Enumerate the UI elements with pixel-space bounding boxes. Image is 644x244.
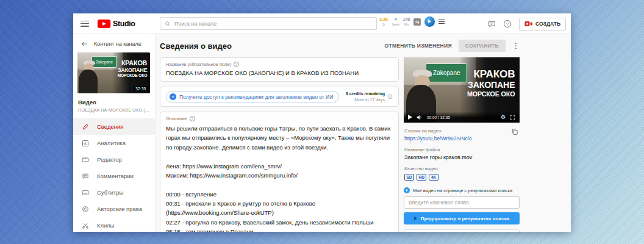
title-field-card: Название (обязательное поле) ПОЕЗДКА НА … [160, 57, 399, 82]
vidiq-play-icon [414, 217, 417, 220]
search-preview-button[interactable]: Предпросмотр в результатах поиска [404, 212, 520, 224]
video-link[interactable]: https://youtu.be/Wr9u7AINclo [404, 135, 519, 142]
player-controls: 00:00 / 32:35 ⚙ [404, 112, 520, 123]
scissors-icon [82, 222, 89, 229]
video-link-label: Ссылка на видео: [404, 128, 519, 134]
page-title: Сведения о видео [160, 41, 385, 51]
quality-badges: SD HD 4K [404, 174, 519, 181]
duration-badge: 32:35 [134, 86, 148, 92]
title-help-icon[interactable] [234, 62, 239, 67]
create-button[interactable]: СОЗДАТЬ [519, 18, 566, 30]
search-input[interactable] [174, 21, 372, 27]
subtitles-icon [82, 189, 89, 196]
vidiq-menu-icon[interactable] [438, 20, 445, 24]
editor-icon [82, 156, 89, 163]
kebab-menu-icon[interactable]: ⋮ [512, 42, 520, 49]
video-metadata: Ссылка на видео: https://youtu.be/Wr9u7A… [404, 123, 520, 181]
main-content: Сведения о видео ОТМЕНИТЬ ИЗМЕНЕНИЯ СОХР… [156, 34, 571, 232]
sidebar-item-clips[interactable]: Клипы [73, 217, 155, 232]
filename-label: Название файла [404, 147, 519, 152]
search-icon [165, 21, 171, 27]
player-time: 00:00 / 32:35 [427, 115, 450, 120]
camcorder-icon [524, 21, 532, 27]
save-button[interactable]: СОХРАНИТЬ [459, 40, 506, 52]
copy-icon[interactable] [511, 128, 518, 135]
quality-label: Качество видео [404, 166, 519, 171]
description-help-icon[interactable] [190, 116, 195, 121]
sidebar-item-copyright[interactable]: Авторские права [73, 201, 155, 217]
video-thumbnail: Zakopane КРАКОВ ЗАКОПАНЕ МОРСКОЕ ОКО 32:… [77, 52, 150, 93]
vidiq-extension-bar: 3.3K 1г 4 0мин 148 48ч [379, 16, 445, 27]
vidiq-stat-videos: 4 0мин [392, 17, 399, 26]
youtube-studio-window: Studio 3.3K 1г 4 0мин 148 [73, 13, 571, 232]
sidebar-item-analytics[interactable]: Аналитика [73, 135, 155, 151]
back-label: Контент на канале [94, 41, 141, 47]
sidebar-item-comments[interactable]: Комментарии [73, 168, 155, 184]
youtube-play-icon [98, 20, 110, 28]
credits-refresh: More in 17 days [346, 97, 385, 102]
clock-icon [387, 94, 393, 99]
sidebar-video-title: ПОЕЗДКА НА МОРСКОЕ ОКО (ЗАК... [73, 106, 155, 118]
video-player: Zakopane КРАКОВ ЗАКОПАНЕ МОРСКОЕ ОКО [404, 57, 520, 123]
discard-changes-button[interactable]: ОТМЕНИТЬ ИЗМЕНЕНИЯ [385, 43, 452, 49]
credits-remaining: 3 credits remaining [346, 91, 385, 96]
sidebar-item-details[interactable]: Сведения [73, 118, 155, 135]
fullscreen-icon[interactable] [510, 115, 515, 120]
studio-wordmark: Studio [113, 20, 135, 28]
vidiq-search-preview-widget: Мое видео на странице с результатами пои… [404, 187, 520, 232]
sidebar-section-label: Видео [73, 93, 155, 106]
sidebar: Контент на канале Zakopane КРАКОВ ЗАКОПА… [73, 34, 156, 232]
badge-hd: HD [417, 174, 426, 181]
help-icon[interactable] [504, 20, 511, 27]
badge-4k: 4K [429, 174, 438, 181]
filename-value: Закопане горы краков.mov [404, 154, 519, 160]
keyword-input[interactable] [404, 196, 520, 209]
desktop-background: Studio 3.3K 1г 4 0мин 148 [0, 0, 644, 244]
title-field-label: Название (обязательное поле) [166, 62, 231, 67]
analytics-icon [82, 140, 89, 147]
ai-suggestions-banner: Получите доступ к рекомендациям для заго… [160, 87, 399, 107]
description-input[interactable]: Мы решили отправиться в польские горы Та… [166, 124, 393, 232]
ai-sparkle-icon [170, 93, 176, 100]
play-icon[interactable] [408, 115, 412, 120]
volume-icon[interactable] [417, 115, 423, 120]
title-input[interactable]: ПОЕЗДКА НА МОРСКОЕ ОКО (ЗАКОПАНЕ) И В КР… [166, 70, 393, 76]
ai-suggestions-button[interactable]: Получите доступ к рекомендациям для заго… [166, 91, 339, 102]
top-bar: Studio 3.3K 1г 4 0мин 148 [73, 13, 571, 34]
comments-icon [82, 173, 89, 180]
vidiq-stat-subs: 148 48ч [403, 17, 410, 26]
badge-sd: SD [404, 174, 414, 181]
vidiq-dot-icon [404, 187, 410, 193]
vidiq-iq-icon[interactable] [413, 18, 421, 26]
copyright-icon [82, 206, 89, 213]
partially-visible-card [404, 229, 520, 232]
pencil-icon [82, 123, 89, 131]
vidiq-logo-icon[interactable] [424, 16, 435, 27]
studio-logo[interactable]: Studio [98, 20, 135, 28]
road-sign: Zakopane [91, 56, 118, 68]
road-sign: Zakopane [426, 63, 467, 82]
vidiq-widget-label: Мое видео на странице с результатами пои… [413, 188, 512, 193]
menu-icon[interactable] [80, 21, 89, 27]
description-field-card: Описание Мы решили отправиться в польски… [160, 112, 399, 232]
topbar-actions: СОЗДАТЬ [488, 13, 566, 34]
back-arrow-icon[interactable] [80, 40, 88, 48]
description-field-label: Описание [166, 116, 187, 121]
sidebar-item-subtitles[interactable]: Субтитры [73, 184, 155, 201]
vidiq-stat-views: 3.3K 1г [379, 17, 388, 26]
sidebar-item-editor[interactable]: Редактор [73, 151, 155, 168]
feedback-icon[interactable] [488, 20, 496, 28]
channel-search [160, 17, 377, 30]
settings-gear-icon[interactable]: ⚙ [501, 115, 506, 120]
credits-info: 3 credits remaining More in 17 days [346, 91, 393, 102]
